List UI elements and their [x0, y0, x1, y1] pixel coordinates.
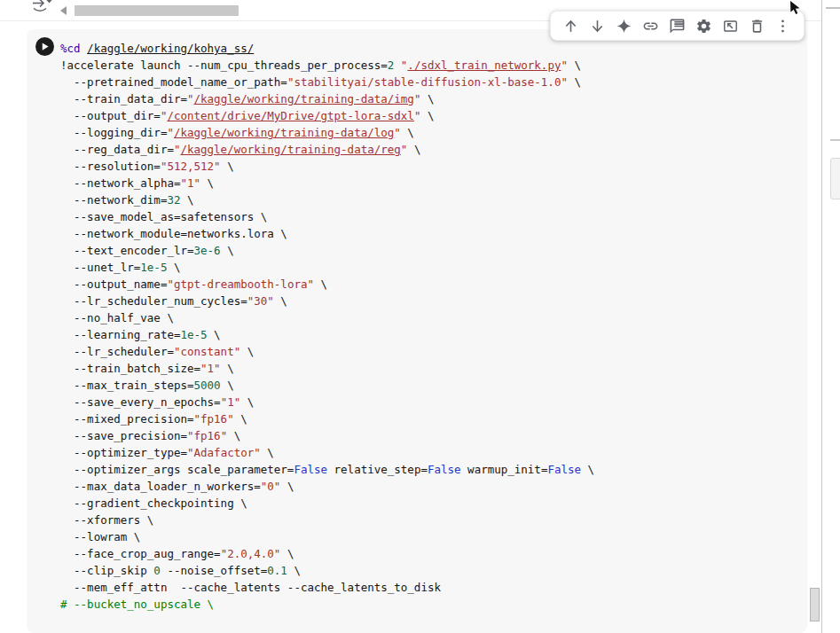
more-actions-icon[interactable] — [774, 18, 791, 35]
code-token: " — [187, 92, 194, 106]
run-section-arrow-icon[interactable] — [31, 0, 54, 13]
code-token-link[interactable]: ./sdxl_train_network.py — [407, 59, 561, 72]
code-line[interactable]: --clip_skip 0 --noise_offset=0.1 \ — [60, 562, 594, 579]
code-token: 5000 — [194, 379, 221, 392]
code-line[interactable]: !accelerate launch --num_cpu_threads_per… — [60, 57, 594, 74]
code-line[interactable]: --face_crop_aug_range="2.0,4.0" \ — [60, 545, 594, 562]
code-token: !accelerate launch --num_cpu_threads_per… — [60, 59, 388, 72]
move-cell-up-icon[interactable] — [562, 18, 579, 35]
code-token: \ — [261, 446, 274, 459]
code-line[interactable]: --optimizer_type="Adafactor" \ — [60, 444, 594, 461]
code-token: --mixed_precision= — [60, 412, 194, 426]
code-line[interactable]: --max_train_steps=5000 \ — [60, 377, 594, 394]
code-token: --reg_data_dir= — [60, 143, 174, 156]
code-token: --clip_skip — [60, 564, 153, 577]
code-line[interactable]: --lr_scheduler="constant" \ — [60, 343, 594, 360]
code-line[interactable]: --save_model_as=safetensors \ — [60, 208, 594, 225]
code-line[interactable]: --output_name="gtpt-dreambooth-lora" \ — [60, 276, 594, 293]
code-line[interactable]: --network_dim=32 \ — [60, 191, 594, 208]
code-line[interactable]: --train_data_dir="/kaggle/working/traini… — [60, 90, 594, 107]
code-token-link[interactable]: /kaggle/working/training-data/reg — [180, 143, 400, 156]
code-line[interactable]: --gradient_checkpointing \ — [60, 495, 594, 512]
code-token: "Adafactor" — [187, 446, 261, 459]
code-token: False — [428, 463, 461, 476]
copy-link-icon[interactable] — [642, 18, 659, 35]
code-line[interactable]: --resolution="512,512" \ — [60, 158, 594, 175]
page-scrollbar-dash-top — [826, 7, 840, 9]
code-cell: %cd /kaggle/working/kohya_ss/!accelerate… — [27, 29, 807, 633]
horizontal-scrollbar-thumb[interactable] — [75, 5, 239, 16]
editor-settings-icon[interactable] — [695, 18, 712, 35]
code-token: --output_name= — [60, 277, 167, 291]
code-line[interactable]: --max_data_loader_n_workers="0" \ — [60, 478, 594, 495]
code-token: --train_data_dir= — [60, 92, 187, 106]
code-token: \ — [280, 547, 294, 560]
code-line[interactable]: --pretrained_model_name_or_path="stabili… — [60, 74, 594, 90]
code-token: 32 — [167, 193, 180, 207]
run-cell-button[interactable] — [35, 37, 54, 56]
code-token-link[interactable]: /kaggle/working/kohya_ss/ — [87, 42, 254, 55]
code-line[interactable]: --mixed_precision="fp16" \ — [60, 410, 594, 427]
cell-vertical-scrollbar-thumb[interactable] — [810, 588, 820, 621]
code-line[interactable]: --optimizer_args scale_parameter=False r… — [60, 461, 594, 478]
code-line[interactable]: --save_precision="fp16" \ — [60, 427, 594, 444]
code-token: \ — [227, 429, 240, 442]
code-token-link[interactable]: /kaggle/working/training-data/img — [194, 92, 414, 106]
code-line[interactable]: --train_batch_size="1" \ — [60, 360, 594, 377]
code-token: "fp16" — [187, 429, 227, 442]
code-line[interactable]: --output_dir="/content/drive/MyDrive/gtp… — [60, 107, 594, 124]
mirror-cell-icon[interactable] — [722, 18, 739, 35]
code-token: \ — [420, 92, 434, 106]
code-token: 0 — [153, 564, 161, 577]
code-token — [394, 59, 401, 72]
move-cell-down-icon[interactable] — [589, 18, 606, 35]
code-line[interactable]: --text_encoder_lr=3e-6 \ — [60, 242, 594, 259]
code-token: "constant" — [174, 345, 240, 358]
delete-cell-icon[interactable] — [749, 18, 765, 35]
code-token: \ — [221, 362, 234, 375]
code-token: # --bucket_no_upscale \ — [60, 598, 214, 611]
code-token: --network_dim= — [60, 193, 167, 207]
code-line[interactable]: --lowram \ — [60, 528, 594, 545]
code-token: \ — [420, 109, 434, 122]
code-token: --network_alpha= — [60, 176, 180, 190]
code-line[interactable]: --network_alpha="1" \ — [60, 175, 594, 191]
code-line[interactable]: %cd /kaggle/working/kohya_ss/ — [60, 40, 594, 57]
cell-toolbar — [550, 11, 805, 41]
code-token: " — [394, 126, 401, 139]
code-token: \ — [180, 193, 193, 207]
code-token: "0" — [261, 480, 281, 493]
code-line[interactable]: --no_half_vae \ — [60, 309, 594, 326]
page-scrollbar-thumb[interactable] — [830, 158, 840, 199]
code-token: --pretrained_model_name_or_path= — [60, 75, 287, 89]
code-token: --lr_scheduler= — [60, 345, 174, 358]
code-token: %cd — [60, 42, 81, 55]
code-token: \ — [200, 176, 214, 190]
code-line[interactable]: --network_module=networks.lora \ — [60, 225, 594, 242]
code-token: "gtpt-dreambooth-lora" — [167, 277, 314, 291]
code-token: --learning_rate= — [60, 328, 180, 341]
code-line[interactable]: --unet_lr=1e-5 \ — [60, 259, 594, 276]
code-token: \ — [280, 480, 294, 493]
code-line[interactable]: --learning_rate=1e-5 \ — [60, 326, 594, 343]
code-token-link[interactable]: /kaggle/working/training-data/log — [174, 126, 394, 139]
code-token: --unet_lr= — [60, 261, 140, 274]
add-comment-icon[interactable] — [669, 18, 686, 35]
code-token-link[interactable]: /content/drive/MyDrive/gtpt-lora-sdxl — [167, 109, 413, 122]
code-token: --resolution= — [60, 160, 161, 173]
code-line[interactable]: --xformers \ — [60, 512, 594, 528]
code-line[interactable]: --logging_dir="/kaggle/working/training-… — [60, 124, 594, 141]
code-token: "stabilityai/stable-diffusion-xl-base-1.… — [287, 75, 568, 89]
code-line[interactable]: --save_every_n_epochs="1" \ — [60, 394, 594, 410]
code-line[interactable]: --lr_scheduler_num_cycles="30" \ — [60, 293, 594, 309]
code-line[interactable]: --mem_eff_attn --cache_latents --cache_l… — [60, 579, 594, 596]
code-line[interactable]: # --bucket_no_upscale \ — [60, 596, 594, 613]
code-line[interactable]: --reg_data_dir="/kaggle/working/training… — [60, 141, 594, 158]
code-token: --noise_offset= — [161, 564, 267, 577]
hscroll-left-arrow-icon[interactable] — [60, 6, 67, 15]
gemini-sparkle-icon[interactable] — [616, 18, 632, 35]
code-editor[interactable]: %cd /kaggle/working/kohya_ss/!accelerate… — [60, 40, 594, 613]
code-token: --face_crop_aug_range= — [60, 547, 221, 560]
code-token: --save_model_as=safetensors \ — [60, 210, 267, 223]
code-token: 1e-5 — [140, 261, 167, 274]
